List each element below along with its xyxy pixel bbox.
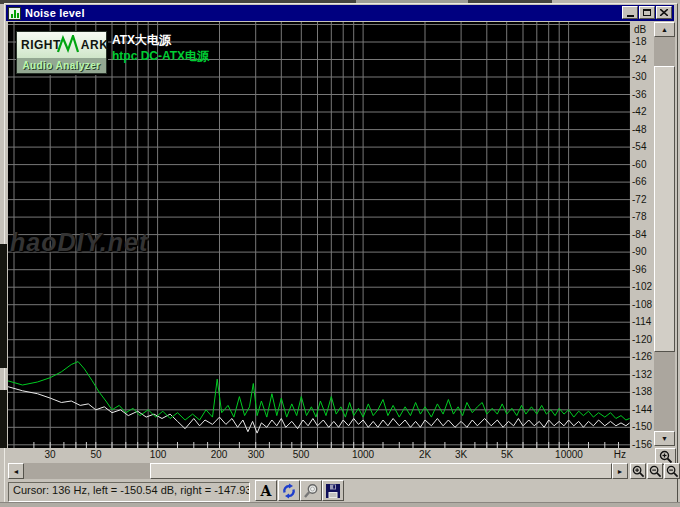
y-axis-tick-label: -108 [632, 299, 654, 310]
parent-window-bottom [0, 502, 680, 507]
y-axis-tick-label: -36 [632, 89, 654, 100]
magnifier-plus-icon [632, 465, 645, 478]
y-axis-tick-label: -150 [632, 421, 654, 432]
x-axis-tick-label: 30 [44, 449, 55, 460]
x-axis-tick-label: 3K [455, 449, 467, 460]
y-axis-tick-label: -114 [632, 316, 654, 327]
y-axis-tick-label: -120 [632, 334, 654, 345]
magnifier-plus-icon [659, 450, 673, 464]
x-axis-tick-label: 5K [501, 449, 513, 460]
status-bar: Cursor: 136 Hz, left = -150.54 dB, right… [8, 482, 250, 502]
y-axis-tick-label: -132 [632, 369, 654, 380]
background-window-edge-left [0, 390, 7, 448]
font-button[interactable]: A [255, 480, 277, 501]
y-axis-tick-label: -138 [632, 386, 654, 397]
spectrum-plot[interactable]: RIGHT ARK Audio Analyzer ATX大电源 htpc DC-… [8, 22, 630, 448]
x-axis-tick-label: 50 [90, 449, 101, 460]
horizontal-scrollbar-thumb[interactable] [150, 463, 612, 479]
y-axis-tick-label: -18 [632, 36, 654, 47]
x-axis-unit: Hz [614, 449, 626, 460]
y-axis-tick-label: -126 [632, 351, 654, 362]
horizontal-scrollbar[interactable]: ◄ ► [8, 463, 628, 479]
y-axis-labels: dB -18-24-30-36-42-48-54-60-66-72-78-84-… [630, 22, 654, 462]
x-axis-tick-label: 10000 [555, 449, 583, 460]
background-window-edge-left [0, 244, 7, 368]
floppy-disk-icon [325, 483, 341, 499]
x-axis-tick-label: 500 [293, 449, 310, 460]
rightmark-logo-top: RIGHT ARK [17, 32, 106, 58]
minimize-icon [627, 15, 634, 17]
x-axis-labels: Hz 305010020030050010002K3K5K10000 [8, 448, 630, 462]
maximize-icon [643, 9, 651, 16]
zoom-reset-button[interactable] [664, 463, 680, 479]
minimize-button[interactable] [622, 6, 638, 19]
y-axis-tick-label: -30 [632, 71, 654, 82]
y-axis-tick-label: -24 [632, 54, 654, 65]
window-title: Noise level [25, 7, 85, 19]
y-axis-tick-label: -144 [632, 404, 654, 415]
magnifier-icon [303, 483, 319, 499]
y-axis-tick-label: -72 [632, 194, 654, 205]
legend-entry-atx: ATX大电源 [112, 32, 209, 48]
refresh-button[interactable] [278, 480, 300, 501]
x-axis-tick-label: 200 [211, 449, 228, 460]
watermark: haoDIY.net [10, 228, 148, 257]
vertical-scrollbar-thumb[interactable] [654, 66, 675, 352]
arrow-left-icon: ◄ [13, 468, 20, 475]
legend-entry-htpc: htpc DC-ATX电源 [112, 48, 209, 64]
logo-pulse-icon [57, 35, 79, 55]
zoom-in-horizontal-button[interactable] [630, 463, 646, 479]
save-button[interactable] [322, 480, 344, 501]
logo-text-mark: ARK [81, 38, 109, 52]
maximize-button[interactable] [639, 6, 655, 19]
magnifier-minus-icon [666, 465, 679, 478]
y-axis-tick-label: -48 [632, 124, 654, 135]
refresh-icon [281, 483, 297, 499]
y-axis-tick-label: -54 [632, 141, 654, 152]
y-axis-tick-label: -60 [632, 159, 654, 170]
arrow-down-icon: ▼ [661, 435, 668, 442]
y-axis-tick-label: -90 [632, 246, 654, 257]
y-axis-tick-label: -42 [632, 106, 654, 117]
rightmark-logo: RIGHT ARK Audio Analyzer [16, 31, 107, 74]
magnifier-button[interactable] [300, 480, 322, 501]
scroll-up-button[interactable]: ▲ [654, 22, 675, 37]
rightmark-logo-bottom: Audio Analyzer [17, 58, 106, 73]
close-button[interactable] [656, 6, 672, 19]
logo-text-right: RIGHT [21, 38, 61, 52]
legend: ATX大电源 htpc DC-ATX电源 [112, 32, 209, 64]
scroll-left-button[interactable]: ◄ [8, 463, 24, 479]
zoom-out-horizontal-button[interactable] [647, 463, 663, 479]
title-bar[interactable]: Noise level [6, 5, 674, 21]
x-axis-tick-label: 300 [248, 449, 265, 460]
y-axis-tick-label: -102 [632, 281, 654, 292]
logo-text-analyzer: Audio Analyzer [22, 60, 100, 71]
y-axis-tick-label: -156 [632, 439, 654, 450]
x-axis-tick-label: 100 [150, 449, 167, 460]
window-spectrum-icon [8, 7, 21, 20]
y-axis-tick-label: -78 [632, 211, 654, 222]
screen: Noise level RIGHT ARK Audio [0, 0, 680, 507]
arrow-up-icon: ▲ [661, 26, 668, 33]
x-axis-tick-label: 1000 [352, 449, 374, 460]
y-axis-tick-label: -84 [632, 229, 654, 240]
y-axis-tick-label: -96 [632, 264, 654, 275]
scroll-right-button[interactable]: ► [612, 463, 628, 479]
magnifier-minus-icon [649, 465, 662, 478]
scroll-down-button[interactable]: ▼ [654, 431, 675, 446]
close-icon [660, 9, 668, 16]
x-axis-tick-label: 2K [419, 449, 431, 460]
vertical-scrollbar[interactable]: ▲ ▼ [654, 22, 675, 446]
y-axis-tick-label: -66 [632, 176, 654, 187]
y-axis-unit: dB [634, 24, 646, 35]
arrow-right-icon: ► [617, 468, 624, 475]
